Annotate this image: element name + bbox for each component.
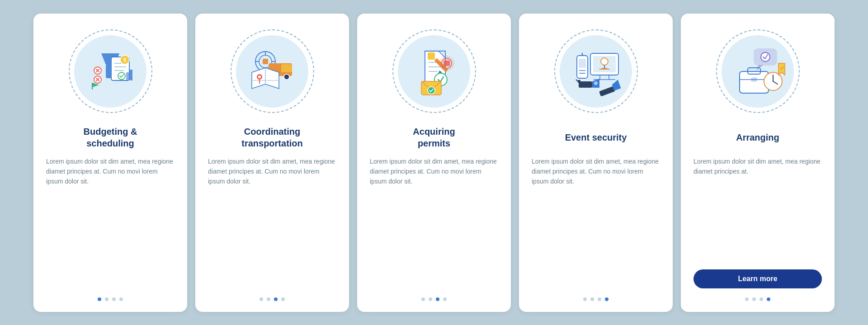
dot-p2 (429, 297, 432, 301)
dot-s1 (583, 297, 587, 301)
dot-p4 (443, 297, 447, 301)
svg-line-66 (576, 80, 578, 81)
svg-point-60 (601, 58, 608, 65)
dot-t2 (267, 297, 270, 301)
svg-rect-62 (579, 81, 592, 88)
card-body-permits: Lorem ipsum dolor sit dim amet, mea regi… (370, 156, 498, 288)
svg-rect-15 (126, 72, 129, 80)
svg-text:$: $ (123, 57, 126, 62)
card-transportation: Coordinatingtransportation Lorem ipsum d… (195, 14, 349, 312)
svg-rect-65 (578, 80, 580, 83)
svg-point-35 (258, 75, 261, 78)
icon-area-arranging (712, 26, 803, 117)
svg-point-71 (761, 52, 770, 61)
dot-p3 (436, 297, 439, 301)
svg-point-64 (594, 81, 598, 85)
svg-rect-75 (751, 78, 757, 81)
dot-s3 (598, 297, 601, 301)
svg-rect-46 (443, 61, 450, 66)
dot-1 (98, 297, 101, 301)
dot-t4 (281, 297, 285, 301)
card-title-security: Event security (565, 125, 627, 150)
dot-s4 (605, 297, 609, 301)
security-icon (564, 40, 627, 103)
dot-s2 (590, 297, 594, 301)
dot-p1 (421, 297, 425, 301)
svg-point-8 (118, 72, 125, 80)
dot-3 (112, 297, 116, 301)
svg-rect-41 (428, 52, 435, 60)
card-permits: Acquiringpermits Lorem ipsum dolor sit d… (357, 14, 511, 312)
dots-transportation (259, 297, 285, 301)
dots-budgeting (98, 297, 123, 301)
svg-rect-51 (579, 59, 586, 68)
dot-t1 (259, 297, 263, 301)
dot-t3 (274, 297, 278, 301)
budgeting-icon: $ (79, 40, 142, 103)
svg-rect-25 (263, 59, 268, 64)
svg-rect-67 (599, 86, 615, 96)
dots-arranging (745, 297, 770, 301)
card-title-arranging: Arranging (736, 125, 779, 150)
permits-icon (402, 40, 466, 103)
icon-area-budgeting: $ (65, 26, 156, 117)
card-title-transportation: Coordinatingtransportation (241, 125, 303, 150)
dots-security (583, 297, 609, 301)
dot-a2 (752, 297, 756, 301)
card-arranging: Arranging Lorem ipsum dolor sit dim amet… (681, 14, 835, 312)
arranging-icon (726, 40, 789, 103)
icon-area-security (551, 26, 641, 117)
dot-a4 (767, 297, 770, 301)
learn-more-button[interactable]: Learn more (693, 269, 822, 288)
svg-point-29 (284, 74, 289, 80)
svg-point-49 (428, 87, 435, 94)
transportation-icon (241, 40, 304, 103)
icon-area-transportation (227, 26, 317, 117)
cards-container: $ Budgeting &scheduling Lorem ipsum (19, 1, 849, 325)
dot-2 (105, 297, 108, 301)
dot-a3 (760, 297, 763, 301)
card-security: Event security Lorem ipsum dolor sit dim… (519, 14, 673, 312)
icon-area-permits (389, 26, 479, 117)
card-body-transportation: Lorem ipsum dolor sit dim amet, mea regi… (208, 156, 336, 288)
svg-rect-27 (281, 64, 292, 72)
svg-rect-16 (130, 70, 132, 80)
dot-a1 (745, 297, 749, 301)
dots-permits (421, 297, 447, 301)
card-body-budgeting: Lorem ipsum dolor sit dim amet, mea regi… (46, 156, 175, 288)
card-body-arranging: Lorem ipsum dolor sit dim amet, mea regi… (693, 156, 822, 261)
card-title-permits: Acquiringpermits (413, 125, 455, 150)
dot-4 (119, 297, 123, 301)
card-title-budgeting: Budgeting &scheduling (84, 125, 137, 150)
card-budgeting: $ Budgeting &scheduling Lorem ipsum (33, 14, 187, 312)
card-body-security: Lorem ipsum dolor sit dim amet, mea regi… (532, 156, 660, 288)
